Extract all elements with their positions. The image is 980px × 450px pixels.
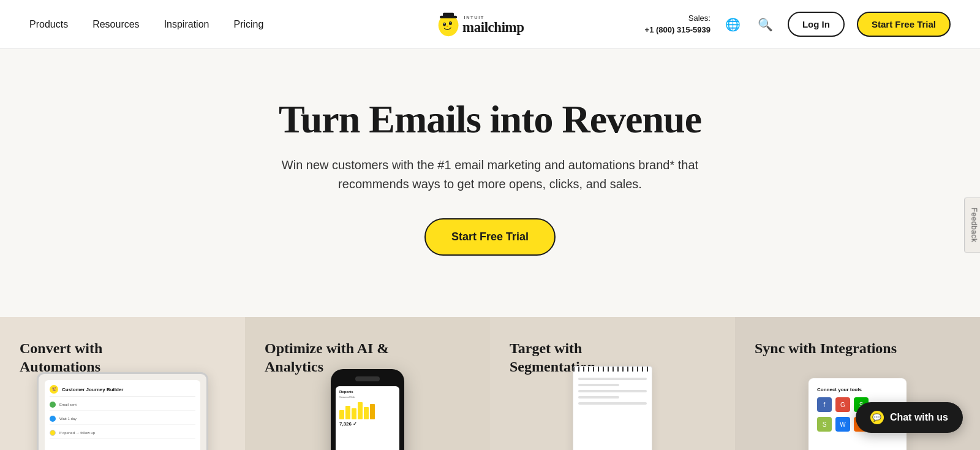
- phone-subtitle: Seasonal Sale: [339, 395, 396, 399]
- phone-bars: [339, 401, 396, 419]
- bar-2: [345, 406, 350, 419]
- hero-section: Turn Emails into Revenue Win new custome…: [0, 49, 980, 317]
- chat-button[interactable]: 💬 Chat with us: [856, 402, 963, 433]
- nav-right: Sales: +1 (800) 315-5939 🌐 🔍 Log In Star…: [645, 12, 951, 37]
- nav-pricing[interactable]: Pricing: [233, 19, 263, 30]
- facebook-icon: f: [817, 397, 832, 412]
- ruler-line-3: [578, 390, 647, 392]
- mc-icon: 🐒: [50, 385, 58, 394]
- ruler-line-1: [578, 378, 647, 380]
- step-dot-1: [50, 402, 56, 408]
- svg-point-8: [447, 25, 448, 26]
- svg-point-7: [450, 22, 451, 23]
- sales-info: Sales: +1 (800) 315-5939: [645, 13, 710, 35]
- chat-icon: 💬: [870, 411, 884, 424]
- nav-inspiration[interactable]: Inspiration: [164, 19, 209, 30]
- start-trial-nav-button[interactable]: Start Free Trial: [857, 12, 951, 37]
- ruler-top: [573, 367, 652, 372]
- ruler-content: [573, 372, 652, 450]
- step-label-3: If opened → follow up: [59, 431, 95, 435]
- features-section: Convert with Automations 🐒 Customer Jour…: [0, 317, 980, 450]
- svg-text:mailchimp: mailchimp: [462, 19, 524, 34]
- ruler-line-5: [578, 402, 647, 405]
- nav-left: Products Resources Inspiration Pricing: [29, 19, 263, 30]
- step-dot-2: [50, 416, 56, 422]
- bar-4: [358, 402, 363, 419]
- tablet-mockup: 🐒 Customer Journey Builder Email sent Wa…: [37, 372, 208, 450]
- phone-mockup: Reports Seasonal Sale 7,326 ✓: [331, 369, 404, 450]
- svg-rect-3: [443, 12, 454, 17]
- globe-button[interactable]: 🌐: [723, 15, 743, 34]
- step-label-2: Wait 1 day: [59, 417, 77, 421]
- chat-label: Chat with us: [890, 412, 948, 423]
- feedback-tab[interactable]: Feedback: [965, 197, 980, 253]
- tablet-header-text: Customer Journey Builder: [62, 387, 123, 392]
- bar-3: [352, 408, 356, 419]
- int-card-title: Connect your tools: [817, 387, 898, 392]
- feature-ai-image: Reports Seasonal Sale 7,326 ✓: [245, 369, 490, 450]
- step-dot-3: [50, 430, 56, 436]
- shopify-icon-2: S: [817, 417, 832, 432]
- search-button[interactable]: 🔍: [755, 15, 775, 34]
- google-icon: G: [835, 397, 850, 412]
- hero-title: Turn Emails into Revenue: [279, 98, 701, 141]
- bar-5: [364, 407, 369, 419]
- svg-point-4: [443, 22, 446, 26]
- sales-number: +1 (800) 315-5939: [645, 25, 710, 36]
- svg-point-5: [443, 23, 445, 24]
- step-label-1: Email sent: [59, 403, 77, 406]
- ruler-line-4: [578, 396, 619, 399]
- feature-automations-image: 🐒 Customer Journey Builder Email sent Wa…: [0, 372, 245, 450]
- feature-automations-title: Convert with Automations: [20, 339, 179, 376]
- navbar: Products Resources Inspiration Pricing: [0, 0, 980, 49]
- feature-seg-image: [490, 366, 735, 450]
- bar-1: [339, 410, 344, 419]
- login-button[interactable]: Log In: [788, 12, 845, 37]
- woo-icon: W: [835, 417, 850, 432]
- feature-integrations-title: Sync with Integrations: [755, 339, 914, 357]
- phone-notch: [355, 376, 380, 381]
- phone-title: Reports: [339, 390, 396, 394]
- sales-label: Sales:: [645, 13, 710, 24]
- nav-products[interactable]: Products: [29, 19, 68, 30]
- bar-6: [370, 404, 375, 419]
- feature-segmentation: Target with Segmentation: [490, 317, 735, 450]
- start-free-trial-button[interactable]: Start Free Trial: [424, 218, 556, 256]
- ruler-mockup: [573, 366, 652, 450]
- svg-point-6: [449, 21, 452, 25]
- feature-automations: Convert with Automations 🐒 Customer Jour…: [0, 317, 245, 450]
- ruler-line-2: [578, 384, 619, 386]
- feature-ai-analytics: Optimize with AI & Analytics Reports Sea…: [245, 317, 490, 450]
- nav-resources[interactable]: Resources: [92, 19, 139, 30]
- phone-screen: Reports Seasonal Sale 7,326 ✓: [336, 386, 399, 450]
- hero-subtitle: Win new customers with the #1 email mark…: [270, 156, 710, 194]
- phone-number: 7,326 ✓: [339, 421, 396, 427]
- logo[interactable]: INTUIT mailchimp: [435, 10, 545, 39]
